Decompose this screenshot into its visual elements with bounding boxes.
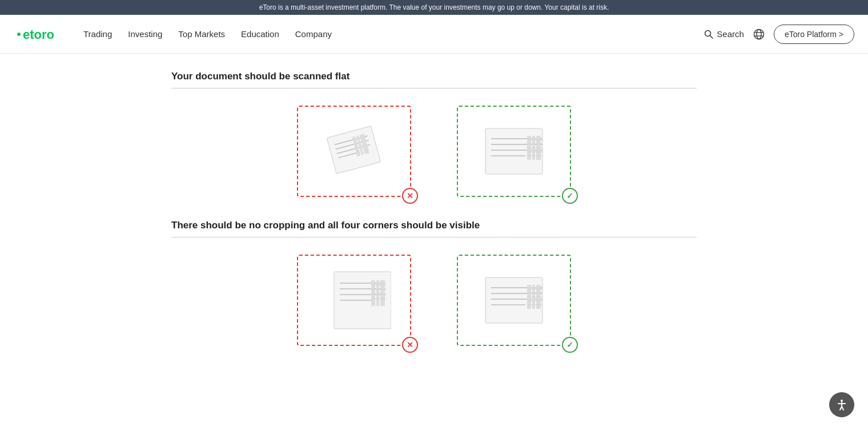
nav-link-company[interactable]: Company	[295, 29, 332, 39]
check-icon-crop: ✓	[562, 337, 578, 353]
doc-angled-illustration	[317, 120, 391, 183]
search-button[interactable]: Search	[704, 29, 744, 39]
nav-item-top-markets[interactable]: Top Markets	[178, 29, 225, 39]
card-border-bad-crop	[297, 255, 411, 346]
section-cropping-cards: ✕	[171, 255, 697, 346]
doc-card-crop-bad: ✕	[297, 255, 411, 346]
svg-rect-8	[327, 126, 380, 174]
nav-link-trading[interactable]: Trading	[83, 29, 112, 39]
bad-badge-crop: ✕	[402, 337, 418, 353]
x-icon-crop: ✕	[402, 337, 418, 353]
svg-point-4	[754, 29, 763, 39]
navbar: etoro Trading Investing Top Markets Educ…	[0, 15, 868, 54]
section-flat-cards: ✕	[171, 106, 697, 197]
search-label: Search	[717, 29, 744, 39]
doc-card-flat-bad: ✕	[297, 106, 411, 197]
top-banner: eToro is a multi-asset investment platfo…	[0, 0, 868, 15]
nav-link-investing[interactable]: Investing	[128, 29, 162, 39]
svg-line-3	[710, 35, 713, 38]
x-icon-flat: ✕	[402, 188, 418, 204]
svg-point-0	[17, 33, 21, 36]
doc-cropped-illustration	[317, 269, 391, 332]
main-content: Your document should be scanned flat	[160, 71, 708, 346]
etoro-logo-svg: etoro	[14, 24, 65, 45]
good-badge-crop: ✓	[562, 337, 578, 353]
nav-item-trading[interactable]: Trading	[83, 29, 112, 39]
svg-text:etoro: etoro	[23, 27, 54, 42]
card-border-bad-flat	[297, 106, 411, 197]
doc-card-flat-good: ✓	[457, 106, 571, 197]
svg-rect-35	[376, 280, 379, 306]
svg-rect-34	[371, 280, 375, 306]
nav-item-education[interactable]: Education	[241, 29, 279, 39]
logo[interactable]: etoro	[14, 24, 65, 45]
section-cropping-title: There should be no cropping and all four…	[171, 220, 697, 231]
svg-point-5	[757, 29, 761, 39]
bad-badge-flat: ✕	[402, 188, 418, 204]
section-flat-title: Your document should be scanned flat	[171, 71, 697, 82]
nav-link-top-markets[interactable]: Top Markets	[178, 29, 225, 39]
section-cropping-divider	[171, 237, 697, 237]
card-border-good-crop	[457, 255, 571, 346]
good-badge-flat: ✓	[562, 188, 578, 204]
check-icon-flat: ✓	[562, 188, 578, 204]
banner-text: eToro is a multi-asset investment platfo…	[259, 3, 609, 11]
nav-link-education[interactable]: Education	[241, 29, 279, 39]
doc-card-crop-good: ✓	[457, 255, 571, 346]
nav-item-investing[interactable]: Investing	[128, 29, 162, 39]
nav-item-company[interactable]: Company	[295, 29, 332, 39]
doc-flat-illustration	[477, 120, 551, 183]
section-flat-divider	[171, 88, 697, 88]
doc-full-illustration	[477, 269, 551, 332]
globe-icon[interactable]	[753, 29, 765, 40]
section-cropping: There should be no cropping and all four…	[171, 220, 697, 346]
nav-right: Search eToro Platform >	[704, 25, 854, 44]
section-flat: Your document should be scanned flat	[171, 71, 697, 197]
card-border-good-flat	[457, 106, 571, 197]
svg-rect-36	[380, 280, 385, 306]
search-icon	[704, 30, 713, 39]
platform-button[interactable]: eToro Platform >	[774, 25, 854, 44]
nav-links: Trading Investing Top Markets Education …	[83, 29, 704, 39]
